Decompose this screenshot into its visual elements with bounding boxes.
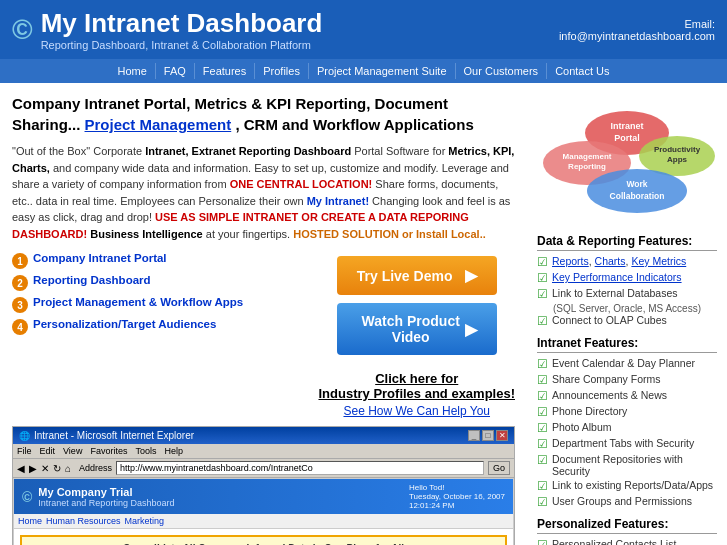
menu-view[interactable]: View xyxy=(63,446,82,456)
forward-icon[interactable]: ▶ xyxy=(29,463,37,474)
num-2: 2 xyxy=(12,275,28,291)
back-icon[interactable]: ◀ xyxy=(17,463,25,474)
minimize-button[interactable]: _ xyxy=(468,430,480,441)
page-inner: © My Company Trial Intranet and Reportin… xyxy=(13,478,514,545)
feature-calendar: ☑ Event Calendar & Day Planner xyxy=(537,357,717,371)
check-icon-11: ☑ xyxy=(537,453,548,467)
list-item-1[interactable]: 1 Company Intranet Portal xyxy=(12,252,308,269)
personalized-heading: Personalized Features: xyxy=(537,517,717,534)
list-column: 1 Company Intranet Portal 2 Reporting Da… xyxy=(12,252,308,418)
inner-nav-marketing[interactable]: Marketing xyxy=(125,516,165,526)
inner-nav: Home Human Resources Marketing xyxy=(14,514,513,529)
svg-text:Productivity: Productivity xyxy=(654,145,701,154)
see-how-link[interactable]: See How We Can Help You xyxy=(318,404,515,418)
arrow-icon-2: ▶ xyxy=(465,320,477,339)
site-title: My Intranet Dashboard xyxy=(41,8,323,39)
page-header-inner: © My Company Trial Intranet and Reportin… xyxy=(14,479,513,514)
project-management-link[interactable]: Project Management xyxy=(85,116,232,133)
external-db-text: Link to External Databases xyxy=(552,287,678,299)
email-label: Email: xyxy=(559,18,715,30)
hello-text: Hello Tod!Tuesday, October 16, 200712:01… xyxy=(409,483,505,510)
key-metrics-link[interactable]: Key Metrics xyxy=(631,255,686,267)
svg-text:Collaboration: Collaboration xyxy=(610,191,665,201)
menu-favorites[interactable]: Favorites xyxy=(90,446,127,456)
check-icon-5: ☑ xyxy=(537,357,548,371)
nav-project-mgmt[interactable]: Project Management Suite xyxy=(309,63,456,79)
window-controls[interactable]: _ □ ✕ xyxy=(468,430,508,441)
nav-profiles[interactable]: Profiles xyxy=(255,63,309,79)
page-subtitle: Intranet and Reporting Dashboard xyxy=(38,498,174,508)
try-live-demo-label: Try Live Demo xyxy=(357,268,453,284)
menu-edit[interactable]: Edit xyxy=(40,446,56,456)
address-bar[interactable]: http://www.myintranetdashboard.com/Intra… xyxy=(116,461,484,475)
menu-bar: File Edit View Favorites Tools Help xyxy=(13,444,514,459)
list-label-4: Personalization/Target Audiences xyxy=(33,318,216,330)
body-text: "Out of the Box" Corporate Intranet, Ext… xyxy=(12,143,515,242)
close-button[interactable]: ✕ xyxy=(496,430,508,441)
buttons-column: Try Live Demo ▶ Watch Product Video ▶ Cl… xyxy=(318,252,515,418)
feature-photo: ☑ Photo Album xyxy=(537,421,717,435)
charts-link[interactable]: Charts xyxy=(595,255,626,267)
right-diagram: Intranet Portal Productivity Apps Manage… xyxy=(537,91,717,224)
inner-nav-hr[interactable]: Human Resources xyxy=(46,516,121,526)
content-right: Intranet Portal Productivity Apps Manage… xyxy=(527,83,727,545)
click-here-section: Click here for Industry Profiles and exa… xyxy=(318,371,515,418)
home-icon[interactable]: ⌂ xyxy=(65,463,71,474)
inner-nav-home[interactable]: Home xyxy=(18,516,42,526)
maximize-button[interactable]: □ xyxy=(482,430,494,441)
top-nav: Home FAQ Features Profiles Project Manag… xyxy=(0,59,727,83)
menu-file[interactable]: File xyxy=(17,446,32,456)
nav-contact[interactable]: Contact Us xyxy=(547,63,617,79)
reports-link[interactable]: Reports xyxy=(552,255,589,267)
email-link[interactable]: info@myintranetdashboard.com xyxy=(559,30,715,42)
feature-doc-repos: ☑ Document Repositories with Security xyxy=(537,453,717,477)
list-item-4[interactable]: 4 Personalization/Target Audiences xyxy=(12,318,308,335)
menu-help[interactable]: Help xyxy=(164,446,183,456)
go-button[interactable]: Go xyxy=(488,461,510,475)
browser-toolbar: ◀ ▶ ✕ ↻ ⌂ Address http://www.myintranetd… xyxy=(13,459,514,478)
hero-heading: Company Intranet Portal, Metrics & KPI R… xyxy=(12,93,515,135)
nav-home[interactable]: Home xyxy=(109,63,155,79)
data-reporting-features: Data & Reporting Features: ☑ Reports, Ch… xyxy=(537,234,717,328)
header-title-block: My Intranet Dashboard Reporting Dashboar… xyxy=(41,8,323,51)
num-4: 4 xyxy=(12,319,28,335)
intranet-diagram-svg: Intranet Portal Productivity Apps Manage… xyxy=(537,91,717,221)
check-icon-9: ☑ xyxy=(537,421,548,435)
try-live-demo-button[interactable]: Try Live Demo ▶ xyxy=(337,256,497,295)
watch-product-video-button[interactable]: Watch Product Video ▶ xyxy=(337,303,497,355)
list-item-2[interactable]: 2 Reporting Dashboard xyxy=(12,274,308,291)
window-title: Intranet - Microsoft Internet Explorer xyxy=(34,430,194,441)
personalized-features: Personalized Features: ☑ Personalized Co… xyxy=(537,517,717,545)
menu-tools[interactable]: Tools xyxy=(135,446,156,456)
nav-faq[interactable]: FAQ xyxy=(156,63,195,79)
list-item-3[interactable]: 3 Project Management & Workflow Apps xyxy=(12,296,308,313)
feature-link-reports: ☑ Link to existing Reports/Data/Apps xyxy=(537,479,717,493)
feature-dept-tabs: ☑ Department Tabs with Security xyxy=(537,437,717,451)
intranet-features: Intranet Features: ☑ Event Calendar & Da… xyxy=(537,336,717,509)
check-icon-10: ☑ xyxy=(537,437,548,451)
check-icon-4: ☑ xyxy=(537,314,548,328)
click-here-link[interactable]: Click here for Industry Profiles and exa… xyxy=(318,371,515,401)
data-reporting-heading: Data & Reporting Features: xyxy=(537,234,717,251)
header-email: Email: info@myintranetdashboard.com xyxy=(559,18,715,42)
nav-features[interactable]: Features xyxy=(195,63,255,79)
stop-icon[interactable]: ✕ xyxy=(41,463,49,474)
refresh-icon[interactable]: ↻ xyxy=(53,463,61,474)
olap-text: Connect to OLAP Cubes xyxy=(552,314,667,326)
list-label-2: Reporting Dashboard xyxy=(33,274,151,286)
arrow-icon: ▶ xyxy=(465,266,477,285)
feature-external-db: ☑ Link to External Databases xyxy=(537,287,717,301)
hero-heading-rest: , CRM and Workflow Applications xyxy=(235,116,473,133)
feature-phone: ☑ Phone Directory xyxy=(537,405,717,419)
svg-text:Apps: Apps xyxy=(667,155,688,164)
browser-screenshot: 🌐 Intranet - Microsoft Internet Explorer… xyxy=(12,426,515,545)
check-icon-8: ☑ xyxy=(537,405,548,419)
nav-customers[interactable]: Our Customers xyxy=(456,63,548,79)
feature-user-groups: ☑ User Groups and Permissions xyxy=(537,495,717,509)
check-icon-14: ☑ xyxy=(537,538,548,545)
svg-text:Portal: Portal xyxy=(614,133,640,143)
feature-contacts: ☑ Personalized Contacts List xyxy=(537,538,717,545)
check-icon-1: ☑ xyxy=(537,255,548,269)
feature-kpi: ☑ Key Performance Indicators xyxy=(537,271,717,285)
kpi-link[interactable]: Key Performance Indicators xyxy=(552,271,682,283)
